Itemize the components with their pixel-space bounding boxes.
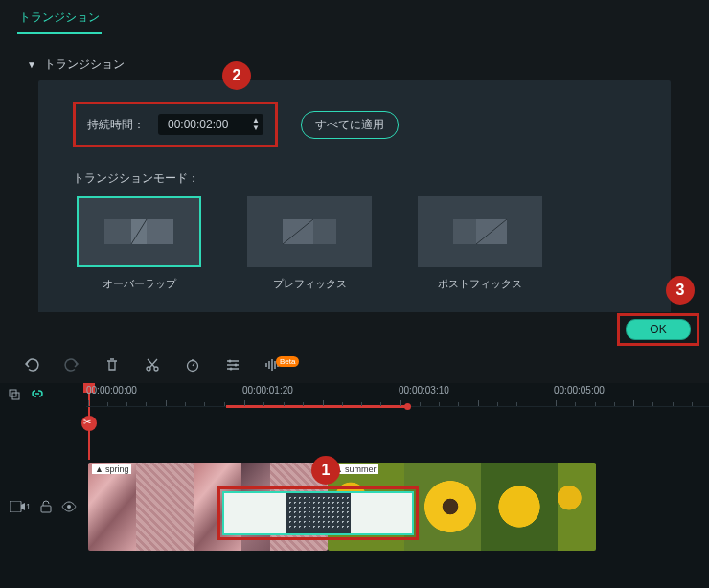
mode-prefix-label: プレフィックス: [273, 277, 347, 291]
ruler-label-3: 00:00:05:00: [554, 385, 605, 396]
transition-panel: 持続時間： 00:00:02:00 ▲ ▼ すべてに適用 トランジションモード：: [38, 80, 671, 346]
duration-label: 持続時間：: [87, 117, 145, 133]
mode-postfix[interactable]: ポストフィックス: [418, 196, 542, 291]
svg-point-15: [230, 368, 233, 371]
mode-postfix-label: ポストフィックス: [438, 277, 522, 291]
track-video-icon[interactable]: 1: [10, 501, 31, 512]
mode-postfix-thumb: [418, 196, 542, 267]
svg-rect-7: [453, 219, 476, 244]
ruler-label-1: 00:00:01:20: [242, 385, 293, 396]
time-ruler[interactable]: ✂ 00:00:00:00 00:00:01:20 00:00:03:10 00…: [86, 383, 709, 441]
track-content[interactable]: ▲spring ▲summer: [86, 462, 709, 552]
mode-label: トランジションモード：: [73, 170, 636, 187]
callout-1: 1: [311, 456, 340, 485]
collapse-triangle-icon: ▼: [27, 59, 36, 70]
timeline-area: ✂ 00:00:00:00 00:00:01:20 00:00:03:10 00…: [0, 383, 709, 588]
mode-overlap-label: オーバーラップ: [103, 277, 176, 291]
svg-point-11: [154, 367, 158, 371]
adjust-button[interactable]: [224, 356, 241, 373]
mode-options: オーバーラップ プレフィックス ポストフィックス: [77, 196, 636, 291]
speed-button[interactable]: [184, 356, 201, 373]
duration-input[interactable]: 00:00:02:00: [158, 114, 263, 135]
redo-button[interactable]: [63, 356, 80, 373]
undo-button[interactable]: [23, 356, 40, 373]
split-button[interactable]: [144, 356, 161, 373]
beta-badge: Beta: [276, 356, 299, 367]
clip-spring-label: ▲spring: [92, 464, 131, 474]
timeline-left-controls: [0, 383, 86, 441]
mode-prefix-thumb: [247, 196, 372, 267]
track-visibility-icon[interactable]: [61, 501, 77, 512]
track-lock-icon[interactable]: [40, 500, 52, 513]
ruler-label-2: 00:00:03:10: [399, 385, 449, 396]
range-handle[interactable]: [404, 403, 411, 410]
mode-overlap-thumb: [77, 196, 201, 267]
svg-point-13: [229, 360, 232, 363]
section-title: トランジション: [44, 57, 125, 73]
section-header[interactable]: ▼ トランジション: [27, 57, 682, 73]
video-track-row: 1 ▲spring: [0, 462, 709, 552]
track-gutter: 1: [0, 500, 86, 513]
callout-2: 2: [222, 61, 251, 90]
callout-3: 3: [666, 276, 695, 305]
svg-rect-5: [313, 219, 336, 244]
transition-overlay[interactable]: [217, 486, 419, 540]
link-icon[interactable]: [31, 387, 44, 400]
ok-button[interactable]: OK: [626, 319, 691, 340]
tab-bar: トランジション: [0, 0, 709, 34]
svg-point-14: [235, 364, 238, 367]
chevron-down-icon[interactable]: ▼: [252, 124, 260, 132]
mode-overlap[interactable]: オーバーラップ: [77, 196, 201, 291]
duration-group: 持続時間： 00:00:02:00 ▲ ▼: [73, 102, 278, 147]
svg-point-20: [67, 505, 71, 509]
svg-point-10: [147, 367, 150, 371]
ok-highlight: OK: [617, 313, 699, 346]
ok-bar: OK: [0, 312, 709, 347]
apply-all-button[interactable]: すべてに適用: [301, 111, 399, 139]
duration-stepper[interactable]: ▲ ▼: [252, 114, 260, 135]
tab-transition[interactable]: トランジション: [17, 6, 102, 34]
svg-rect-19: [41, 506, 51, 512]
delete-button[interactable]: [103, 356, 121, 373]
snap-icon[interactable]: [8, 387, 21, 400]
mode-prefix[interactable]: プレフィックス: [247, 196, 372, 291]
ruler-label-0: 00:00:00:00: [86, 385, 137, 396]
timeline-toolbar: Beta: [0, 347, 709, 383]
svg-rect-18: [10, 501, 21, 512]
